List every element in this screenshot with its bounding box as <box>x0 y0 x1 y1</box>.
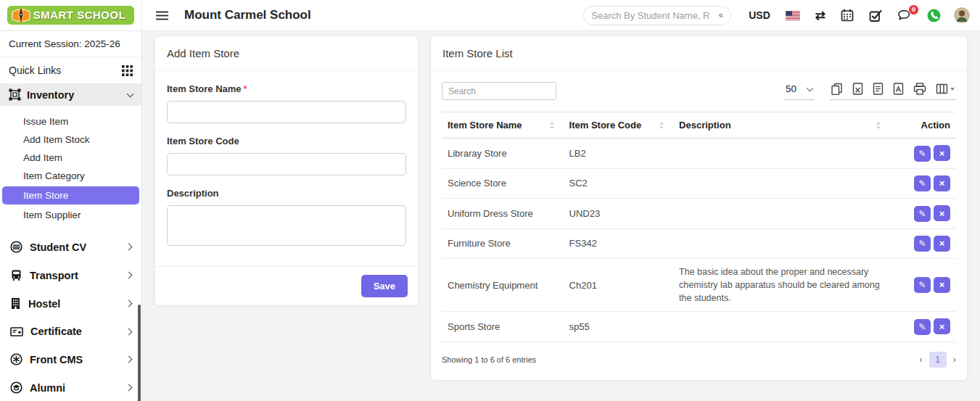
print-icon[interactable] <box>913 83 926 95</box>
top-bar: SMART SCHOOL Mount Carmel School USD ⇄ <box>0 0 980 31</box>
delete-button[interactable]: × <box>934 175 950 191</box>
sidebar-item-item-store[interactable]: Item Store <box>2 186 139 204</box>
table-row: Sports Store sp55 ✎× <box>442 312 956 342</box>
sidebar-item-certificate[interactable]: Certificate <box>0 318 141 345</box>
edit-button[interactable]: ✎ <box>914 175 931 191</box>
store-description-cell <box>673 312 890 342</box>
edit-button[interactable]: ✎ <box>914 277 931 293</box>
export-toolbar <box>829 83 956 100</box>
pagination: ‹ 1 › <box>919 352 956 368</box>
section-label: Hostel <box>28 298 60 310</box>
store-name-cell: Libraray Store <box>442 139 564 169</box>
whatsapp-icon[interactable] <box>927 9 941 22</box>
copy-icon[interactable] <box>831 83 843 95</box>
table-search-input[interactable] <box>442 82 556 100</box>
section-label: Front CMS <box>30 354 83 365</box>
grid-icon <box>122 65 133 76</box>
item-store-code-input[interactable] <box>167 153 406 175</box>
item-store-list-card: Item Store List 50 <box>430 36 968 381</box>
edit-button[interactable]: ✎ <box>914 319 931 335</box>
store-name-cell: Chemistry Equipment <box>442 259 564 312</box>
search-icon[interactable] <box>719 10 723 21</box>
hamburger-menu-icon[interactable] <box>156 11 168 20</box>
edit-button[interactable]: ✎ <box>914 206 931 222</box>
column-header-code[interactable]: Item Store Code <box>564 112 674 139</box>
excel-export-icon[interactable] <box>852 83 863 95</box>
chevron-down-icon <box>807 84 814 91</box>
store-code-cell: UND23 <box>564 199 674 229</box>
sidebar-item-add-item[interactable]: Add Item <box>0 149 141 167</box>
tasks-icon[interactable] <box>869 9 882 22</box>
description-textarea[interactable] <box>167 205 406 246</box>
edit-button[interactable]: ✎ <box>914 146 931 162</box>
sidebar-item-front-cms[interactable]: Front CMS <box>0 345 141 373</box>
item-store-name-input[interactable] <box>167 101 406 123</box>
session-label: Current Session: 2025-26 <box>0 31 141 57</box>
delete-button[interactable]: × <box>934 205 950 221</box>
global-search <box>583 6 731 25</box>
page-size-value: 50 <box>786 83 796 94</box>
page-size-select[interactable]: 50 <box>783 83 815 100</box>
pdf-export-icon[interactable] <box>893 83 904 95</box>
quick-links[interactable]: Quick Links <box>0 57 141 83</box>
delete-button[interactable]: × <box>934 236 950 252</box>
delete-button[interactable]: × <box>934 145 950 161</box>
inventory-label: Inventory <box>27 89 74 101</box>
front-cms-icon <box>10 353 22 365</box>
column-header-description[interactable]: Description <box>673 112 890 139</box>
sidebar-item-hostel[interactable]: Hostel <box>0 289 141 318</box>
global-search-input[interactable] <box>591 10 719 21</box>
list-card-title: Item Store List <box>431 36 967 71</box>
csv-export-icon[interactable] <box>873 83 884 95</box>
prev-page-button[interactable]: ‹ <box>919 354 922 365</box>
building-icon <box>10 297 21 310</box>
table-footer: Showing 1 to 6 of 6 entries ‹ 1 › <box>431 342 967 380</box>
sort-icon <box>549 121 555 130</box>
item-store-name-label: Item Store Name* <box>167 83 406 94</box>
store-description-cell <box>673 199 890 229</box>
inventory-icon <box>9 88 21 101</box>
chevron-down-icon <box>127 90 134 97</box>
sidebar-item-add-item-stock[interactable]: Add Item Stock <box>0 131 141 149</box>
sidebar-item-item-category[interactable]: Item Category <box>0 167 141 185</box>
store-description-cell <box>673 139 890 169</box>
store-code-cell: SC2 <box>564 168 674 199</box>
sidebar-item-inventory[interactable]: Inventory <box>0 83 141 106</box>
student-cv-icon <box>10 241 22 253</box>
sidebar-item-alumni[interactable]: Alumni <box>0 373 141 401</box>
save-button[interactable]: Save <box>361 275 408 297</box>
delete-button[interactable]: × <box>934 277 950 293</box>
sidebar-item-item-supplier[interactable]: Item Supplier <box>0 206 141 224</box>
table-row: Chemistry Equipment Ch201 The basic idea… <box>442 259 956 312</box>
sidebar-scrollbar[interactable] <box>138 305 141 401</box>
brand-logo[interactable]: SMART SCHOOL <box>7 6 135 25</box>
section-label: Alumni <box>30 382 65 394</box>
certificate-icon <box>10 326 23 337</box>
chevron-right-icon <box>125 244 133 251</box>
user-avatar[interactable] <box>954 7 970 23</box>
current-page-button[interactable]: 1 <box>929 352 947 368</box>
calendar-icon[interactable] <box>841 9 854 22</box>
currency-exchange-icon[interactable]: ⇄ <box>815 8 825 23</box>
currency-selector[interactable]: USD <box>749 9 770 21</box>
main-content: Add Item Store Item Store Name* Item Sto… <box>142 31 980 401</box>
messages-icon[interactable]: 0 <box>897 9 912 22</box>
sort-icon <box>876 121 881 130</box>
column-visibility-icon[interactable] <box>936 83 955 94</box>
store-description-cell <box>673 228 890 259</box>
sidebar-item-issue-item[interactable]: Issue Item <box>0 112 141 131</box>
section-label: Transport <box>30 270 78 281</box>
language-flag-icon[interactable] <box>786 11 800 20</box>
chevron-right-icon <box>125 356 133 363</box>
table-row: Furniture Store FS342 ✎× <box>442 228 956 259</box>
alumni-icon <box>10 381 22 394</box>
sidebar-item-transport[interactable]: Transport <box>0 261 141 289</box>
delete-button[interactable]: × <box>934 318 950 334</box>
store-name-cell: Science Store <box>442 168 564 199</box>
column-header-name[interactable]: Item Store Name <box>442 112 564 139</box>
edit-button[interactable]: ✎ <box>914 236 931 252</box>
next-page-button[interactable]: › <box>953 354 956 365</box>
store-name-cell: Furniture Store <box>442 228 564 259</box>
sidebar-item-student-cv[interactable]: Student CV <box>0 233 141 261</box>
item-store-table: Item Store Name Item Store Code Descript… <box>442 112 956 342</box>
